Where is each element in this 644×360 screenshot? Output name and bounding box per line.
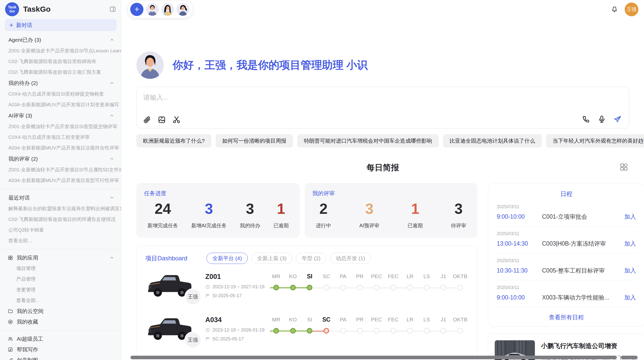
sidebar-task-item[interactable]: C0X4-动力总成开发项目SI里程碑提交物检查 [0,89,121,99]
section-title: 最近对话 [8,194,30,201]
sidebar-item-ai-super-staff[interactable]: AI超级员工 [0,334,121,344]
view-all-schedule-link[interactable]: 查看所有日程 [496,307,637,321]
milestone: PEC [368,273,385,298]
sidebar-chat-item[interactable]: 公司Q3轻卡销量 [0,225,121,235]
suggestion-chip[interactable]: 欧洲新规最近颁布了什么? [136,134,211,147]
sidebar-item-cloud-space[interactable]: 我的云空间 [0,306,121,317]
schedule-item[interactable]: 2025/03/11 9:00-10:00 X003-车辆动力学性能验... 加… [496,280,637,307]
add-member-button[interactable]: + [130,3,143,16]
milestone-label: J1 [441,273,446,280]
sidebar-task-item[interactable]: C02-飞腾新能源轻客改款项目立项汇报方案 [0,67,121,78]
divider [0,249,121,249]
stat-block: 3 AI预评审 [359,201,379,229]
milestone-dot [324,285,329,290]
suggestion-chip[interactable]: 如何写一份清晰的项目周报 [216,134,293,147]
sidebar-chat-item[interactable]: 解释最新出台的欧盟报废车法规再生塑料比例被调至15%... [0,203,121,214]
my-review-card: 我的评审 2 进行中 3 AI预评审 [305,183,477,238]
avatar[interactable] [146,3,159,16]
chat-input[interactable] [143,94,622,101]
milestone-label: OKTB [453,273,467,280]
milestone-dot [290,285,296,290]
schedule-item[interactable]: 2025/03/11 13:00-14:30 C003|H0B-方案冻结评审 加… [496,227,637,253]
divider [0,189,121,189]
notification-bell-icon[interactable] [611,6,618,13]
horizontal-scrollbar-end[interactable] [621,356,638,359]
sidebar-section-agent-done[interactable]: Agent已办 (3) [0,34,121,46]
horizontal-scrollbar[interactable] [130,356,617,359]
sidebar-task-item[interactable]: Z001-全新燃油皮卡产品开发项目SI节点Lesson Learn报告 [0,46,121,56]
schedule-item[interactable]: 2025/03/11 10:30-11:30 C005-整车工程目标评审 加入 [496,253,637,280]
chevron-up-icon [109,156,114,161]
paperclip-icon[interactable] [143,115,151,124]
microphone-icon[interactable] [597,115,606,124]
sidebar-app-item[interactable]: 产品管理 [0,274,121,284]
star-badge-icon [8,319,13,325]
sidebar-section-ai-review[interactable]: AI评审 (3) [0,110,121,121]
stat-value: 3 [205,201,213,216]
dashboard-tab[interactable]: 动总开发 (1) [330,253,371,264]
milestone: SI [301,316,318,341]
sidebar-task-item[interactable]: A034-全新新能源MUV产品开发项目计划变更表编写 [0,99,121,110]
scissors-icon[interactable] [172,115,181,124]
my-review-stats: 2 进行中 3 AI预评审 1 [312,201,470,229]
sidebar-item-creative-drawing[interactable]: 创意制图 [0,355,121,360]
suggestion-chip[interactable]: 特朗普可能对进口汽车增税会对中国车企造成哪些影响 [297,134,439,147]
suggestion-chip[interactable]: 比亚迪全固态电池计划具体说了什么 [443,134,542,147]
stat-label: 新增完成任务 [148,222,178,229]
sidebar-section-my-todo[interactable]: 我的待办 (2) [0,78,121,89]
stat-block: 2 进行中 [316,201,331,229]
join-link[interactable]: 加入 [624,240,636,248]
dashboard-tab[interactable]: 全新平台 (4) [207,253,248,264]
sidebar-task-item[interactable]: A034-全新新能源MUV产品开发项目造型可行性评审 [0,175,121,186]
sidebar-task-item[interactable]: A034-全新新能源MUV产品开发项目法规符合性评审 [0,143,121,153]
dashboard-tab[interactable]: 全新上装 (3) [251,253,292,264]
sidebar-app-item[interactable]: 项目管理 [0,263,121,274]
section-title: AI评审 (3) [8,112,32,119]
sidebar-task-item[interactable]: C02-飞腾新能源轻客改款项目里程碑画布 [0,56,121,67]
dashboard-tab[interactable]: 年型 (2) [296,253,326,264]
project-row[interactable]: 王强 A034 2023-12-19 ~ 2026-01-19 SC [145,313,469,345]
sidebar-task-item[interactable]: Z001-全新燃油轻卡产品开发项目SI造型提交物评审 [0,121,121,132]
sidebar-task-item[interactable]: C0X4-动力总成开发项目工程变更评审 [0,132,121,143]
milestone-label: SC [323,273,330,280]
join-link[interactable]: 加入 [624,213,636,221]
sidebar-item-label: 我的云空间 [17,308,43,315]
suggestion-chip[interactable]: 当下年轻人对汽车外观有怎样的喜好趋势 [546,134,644,147]
sidebar-chat-item[interactable]: C02-飞腾新能源轻客改款项目的闭环通告反馈情况 [0,214,121,225]
recent-chats-list: 解释最新出台的欧盟报废车法规再生塑料比例被调至15%...C02-飞腾新能源轻客… [0,203,121,246]
avatar[interactable] [161,3,174,16]
stat-label: 已逾期 [407,222,423,229]
sidebar-section-my-apps[interactable]: 我的应用 [0,252,121,263]
sidebar-item-favorites[interactable]: 我的收藏 [0,317,121,327]
send-icon[interactable] [613,115,622,124]
milestone: PR [352,316,368,341]
avatar[interactable] [177,3,189,16]
layout-grid-icon[interactable] [619,162,629,172]
stat-label: 我的待办 [240,222,260,229]
sidebar-item-help-me-write[interactable]: 帮我写作 [0,344,121,355]
schedule-time: 9:00-10:00 [497,213,542,220]
sidebar-chat-item[interactable]: 查看全部... [0,235,121,246]
phone-icon[interactable] [582,115,590,124]
quill-pen-icon [8,357,13,360]
sidebar-collapse-button[interactable] [109,6,116,12]
schedule-date: 2025/03/11 [497,231,636,236]
schedule-item[interactable]: 2025/03/11 9:00-10:00 C001-立项审批会 加入 [496,200,637,227]
stat-value: 3 [246,201,254,216]
right-column: 日程 2025/03/11 9:00-10:00 C001-立项审批会 加入 [488,183,644,360]
dashboard-header: 项目Dashboard 全新平台 (4)全新上装 (3)年型 (2)动总开发 (… [145,253,469,264]
user-avatar[interactable]: 王强 [625,3,638,16]
sidebar-section-recent-chats[interactable]: 最近对话 [0,192,121,203]
sidebar-section-my-review[interactable]: 我的评审 (2) [0,153,121,164]
sidebar-app-item[interactable]: 查看全部.. [0,295,121,306]
sidebar-task-item[interactable]: Z001-全新燃油轻卡产品开发项目SI节点属性5D文件评审 [0,164,121,175]
milestone-label: LS [423,273,430,280]
new-chat-button[interactable]: + 新对话 [5,19,116,31]
sidebar-app-item[interactable]: 变更管理 [0,284,121,295]
project-image: 王强 [145,269,199,302]
join-link[interactable]: 加入 [624,267,636,275]
image-icon[interactable] [157,115,166,124]
project-row[interactable]: 王强 Z001 2023-12-19 ~ 2027-01-19 SI [145,269,469,302]
stat-label: 已逾期 [273,222,289,229]
join-link[interactable]: 加入 [624,294,636,302]
